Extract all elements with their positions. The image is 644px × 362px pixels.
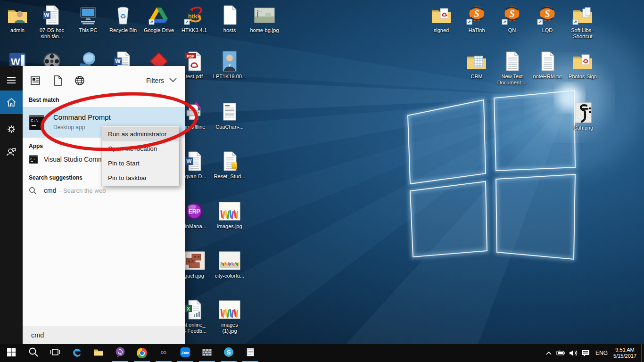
section-search-suggestions: Search suggestions — [29, 174, 83, 181]
svg-text:∞: ∞ — [161, 347, 167, 357]
desktop-icon-label: LPT1K19.00... — [212, 74, 248, 80]
desktop-icon-this-pc[interactable]: This PC — [70, 4, 106, 33]
section-apps: Apps — [29, 143, 43, 149]
desktop-icon-qn[interactable]: SQN — [494, 4, 530, 33]
desktop-icon-city-colorful[interactable]: city-colorfu... — [212, 249, 248, 279]
desktop-icon-htkk[interactable]: htkkHTKK3.4.1 — [176, 4, 212, 33]
desktop-icon-label: Reset_Stud... — [212, 173, 248, 180]
desktop-icon-label: This PC — [70, 27, 106, 33]
filters-label[interactable]: Filters — [146, 77, 164, 84]
context-run-as-administrator[interactable]: Run as administrator — [102, 127, 179, 141]
desktop-icon-photos-sign[interactable]: Photos-Sign — [565, 50, 601, 80]
desktop-icon-lpt1k19[interactable]: LPT1K19.00... — [212, 50, 248, 80]
desktop-icon-label: images.jpg — [212, 223, 248, 230]
filter-web-button[interactable] — [74, 74, 86, 87]
start-button[interactable] — [0, 344, 23, 362]
filter-apps-button[interactable] — [29, 74, 41, 87]
s-logo-icon: S — [501, 4, 523, 26]
taskbar-viber-button[interactable] — [109, 344, 131, 362]
context-open-file-location[interactable]: Open file location — [102, 141, 179, 156]
filter-documents-button[interactable] — [52, 74, 64, 87]
tray-battery-button[interactable] — [555, 344, 567, 362]
desktop-icon-label: HTKK3.4.1 — [176, 27, 212, 33]
desktop-icon-signed[interactable]: signed — [423, 4, 459, 33]
taskbar-task-view-button[interactable] — [44, 344, 66, 362]
desktop-icon-recycle-bin[interactable]: ♻Recycle Bin — [105, 4, 141, 33]
start-menu-body: Filters Best match C:\ Command Prompt De… — [23, 66, 185, 344]
desktop-icon-hosts[interactable]: hosts — [212, 4, 248, 33]
taskbar-search-button[interactable] — [23, 344, 44, 362]
desktop-icon-label: Soft Libs - Shortcut — [565, 27, 601, 40]
svg-text:S: S — [474, 8, 479, 19]
tray-clock[interactable]: 9:51 AM 5/15/2017 — [611, 347, 641, 359]
firewall-icon — [201, 346, 213, 360]
taskbar-skype-button[interactable]: S — [218, 344, 239, 362]
tray-chevron-up-button[interactable] — [543, 344, 555, 362]
desktop-icon-hatinh[interactable]: SHaTinh — [459, 4, 495, 33]
taskbar-firewall-button[interactable] — [196, 344, 218, 362]
desktop-icon-images-jpg[interactable]: images.jpg — [212, 200, 248, 230]
svg-text:W: W — [11, 56, 20, 67]
svg-text:W: W — [186, 158, 192, 165]
desktop-icon-label: Recycle Bin — [105, 27, 141, 33]
terminal-mini-icon: C:\ — [29, 155, 38, 164]
svg-text:X: X — [187, 306, 190, 312]
svg-text:S: S — [509, 8, 514, 19]
desktop-icon-google-drive[interactable]: Google Drive — [141, 4, 177, 33]
desktop-icon-label: signed — [423, 27, 459, 33]
hamburger-menu-button[interactable] — [0, 70, 23, 90]
glyph-image-icon — [572, 101, 594, 124]
desktop-icon-images-1[interactable]: images (1).jpg — [212, 298, 248, 334]
desktop-icon-cuachan[interactable]: CuaChan-... — [212, 100, 248, 130]
viber-icon — [115, 346, 126, 360]
desktop-icon-gah[interactable]: Gah.png — [565, 101, 601, 131]
desktop-icon-label: images (1).jpg — [212, 322, 248, 334]
start-search-input[interactable] — [23, 326, 185, 344]
chrome-icon — [137, 348, 147, 358]
taskbar-notepad-button[interactable] — [239, 344, 261, 362]
context-pin-to-taskbar[interactable]: Pin to taskbar — [102, 171, 179, 185]
desktop-icon-home-bg[interactable]: home-bg.jpg — [247, 4, 282, 33]
desktop-icon-reset-stud[interactable]: Reset_Stud... — [212, 150, 248, 180]
file-explorer-icon — [93, 346, 104, 360]
chevron-down-icon[interactable] — [169, 77, 177, 83]
action-center-icon — [581, 349, 590, 357]
language-indicator[interactable]: ENG — [592, 350, 611, 356]
search-icon — [28, 346, 39, 360]
desktop-icon-label: city-colorfu... — [212, 273, 248, 279]
taskbar-chrome-button[interactable] — [131, 344, 153, 362]
desktop-icon-crm[interactable]: CRM — [459, 50, 495, 80]
rail-feedback-button[interactable] — [0, 141, 23, 162]
svg-text:ERP: ERP — [189, 208, 200, 215]
this-pc-icon — [77, 4, 99, 26]
tray-volume-button[interactable] — [567, 344, 579, 362]
context-menu: Run as administrator Open file location … — [101, 126, 179, 186]
desktop-icon-lqd[interactable]: SLQD — [529, 4, 565, 33]
s-logo-icon: S — [465, 4, 488, 26]
desktop-icon-notehrm[interactable]: noteHRM.txt — [529, 50, 565, 80]
context-pin-to-start[interactable]: Pin to Start — [102, 156, 179, 171]
taskbar-file-explorer-button[interactable] — [88, 344, 109, 362]
photo-pencils-icon — [218, 200, 241, 222]
gear-icon — [6, 123, 17, 135]
desktop-icon-soft-libs[interactable]: Soft Libs - Shortcut — [565, 4, 601, 40]
svg-text:C:\: C:\ — [30, 158, 35, 161]
show-desktop-button[interactable] — [641, 344, 644, 362]
folder-shortcut-icon — [571, 4, 594, 26]
desktop-icon-label: QN — [494, 27, 530, 33]
apps-filter-icon — [30, 75, 41, 86]
search-filters-bar: Filters — [23, 66, 185, 93]
desktop-icon-new-text-doc[interactable]: New Text Document.... — [494, 50, 530, 86]
desktop-icon-ds-hoc-sinh[interactable]: W07-DS học sinh tăn... — [34, 4, 70, 40]
tray-action-center-button[interactable] — [579, 344, 592, 362]
desktop-icon-label: home-bg.jpg — [247, 27, 282, 33]
desktop-icon-admin[interactable]: admin — [0, 4, 35, 33]
taskbar-visual-studio-button[interactable]: ∞ — [153, 344, 174, 362]
notepad-icon — [245, 346, 256, 360]
taskbar-edge-button[interactable] — [66, 344, 88, 362]
rail-home-button[interactable] — [0, 90, 23, 114]
system-tray: ENG 9:51 AM 5/15/2017 — [543, 344, 644, 362]
taskbar-zalo-button[interactable]: Zalo — [174, 344, 196, 362]
rail-settings-button[interactable] — [0, 119, 23, 140]
folder-user-icon — [6, 4, 29, 26]
